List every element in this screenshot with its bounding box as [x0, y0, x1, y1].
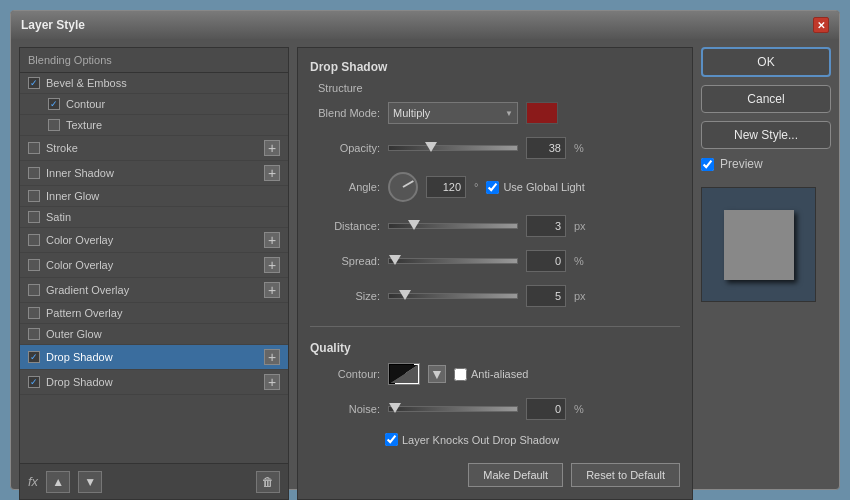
- color-overlay-2-label: Color Overlay: [46, 259, 113, 271]
- blend-mode-arrow-icon: ▼: [505, 109, 513, 118]
- new-style-button[interactable]: New Style...: [701, 121, 831, 149]
- blend-mode-label: Blend Mode:: [310, 107, 380, 119]
- inner-shadow-checkbox[interactable]: [28, 167, 40, 179]
- divider: [310, 326, 680, 327]
- close-button[interactable]: ✕: [813, 17, 829, 33]
- sidebar-item-bevel-emboss[interactable]: Bevel & Emboss: [20, 73, 288, 94]
- preview-label[interactable]: Preview: [701, 157, 831, 171]
- drop-shadow-1-add-btn[interactable]: +: [264, 349, 280, 365]
- sidebar-item-color-overlay-1[interactable]: Color Overlay +: [20, 228, 288, 253]
- stroke-add-btn[interactable]: +: [264, 140, 280, 156]
- color-overlay-1-checkbox[interactable]: [28, 234, 40, 246]
- pattern-overlay-checkbox[interactable]: [28, 307, 40, 319]
- noise-input[interactable]: [526, 398, 566, 420]
- ok-button[interactable]: OK: [701, 47, 831, 77]
- angle-dial[interactable]: [388, 172, 418, 202]
- opacity-input[interactable]: [526, 137, 566, 159]
- size-thumb[interactable]: [399, 290, 411, 300]
- sidebar-item-gradient-overlay[interactable]: Gradient Overlay +: [20, 278, 288, 303]
- use-global-light-label[interactable]: Use Global Light: [486, 181, 584, 194]
- color-overlay-2-checkbox[interactable]: [28, 259, 40, 271]
- sidebar-item-color-overlay-2[interactable]: Color Overlay +: [20, 253, 288, 278]
- reset-to-default-button[interactable]: Reset to Default: [571, 463, 680, 487]
- dialog-title: Layer Style: [21, 18, 85, 32]
- opacity-row: Opacity: %: [310, 137, 680, 159]
- contour-dropdown-btn[interactable]: ▼: [428, 365, 446, 383]
- satin-checkbox[interactable]: [28, 211, 40, 223]
- distance-unit: px: [574, 220, 586, 232]
- sidebar-item-outer-glow[interactable]: Outer Glow: [20, 324, 288, 345]
- layer-knocks-row: Layer Knocks Out Drop Shadow: [310, 433, 680, 446]
- sidebar-item-satin[interactable]: Satin: [20, 207, 288, 228]
- stroke-label: Stroke: [46, 142, 78, 154]
- anti-aliased-label[interactable]: Anti-aliased: [454, 368, 528, 381]
- main-title: Drop Shadow: [310, 60, 680, 74]
- bottom-buttons: Make Default Reset to Default: [310, 463, 680, 487]
- sidebar-item-stroke[interactable]: Stroke +: [20, 136, 288, 161]
- left-panel: Blending Options Bevel & Emboss Contour: [19, 47, 289, 500]
- drop-shadow-2-label: Drop Shadow: [46, 376, 113, 388]
- inner-shadow-add-btn[interactable]: +: [264, 165, 280, 181]
- noise-row: Noise: %: [310, 398, 680, 420]
- noise-thumb[interactable]: [389, 403, 401, 413]
- angle-input[interactable]: [426, 176, 466, 198]
- anti-aliased-text: Anti-aliased: [471, 368, 528, 380]
- layer-knocks-label[interactable]: Layer Knocks Out Drop Shadow: [385, 433, 559, 446]
- contour-label: Contour: [66, 98, 105, 110]
- cancel-button[interactable]: Cancel: [701, 85, 831, 113]
- opacity-label: Opacity:: [310, 142, 380, 154]
- use-global-light-checkbox[interactable]: [486, 181, 499, 194]
- move-down-button[interactable]: ▼: [78, 471, 102, 493]
- gradient-overlay-checkbox[interactable]: [28, 284, 40, 296]
- size-input[interactable]: [526, 285, 566, 307]
- opacity-unit: %: [574, 142, 584, 154]
- preview-checkbox[interactable]: [701, 158, 714, 171]
- stroke-checkbox[interactable]: [28, 142, 40, 154]
- blend-mode-dropdown[interactable]: Multiply ▼: [388, 102, 518, 124]
- distance-slider[interactable]: [388, 223, 518, 229]
- anti-aliased-checkbox[interactable]: [454, 368, 467, 381]
- sidebar-item-inner-glow[interactable]: Inner Glow: [20, 186, 288, 207]
- spread-thumb[interactable]: [389, 255, 401, 265]
- blending-options-header: Blending Options: [20, 48, 288, 73]
- sidebar-item-drop-shadow-1[interactable]: Drop Shadow +: [20, 345, 288, 370]
- delete-button[interactable]: 🗑: [256, 471, 280, 493]
- move-up-button[interactable]: ▲: [46, 471, 70, 493]
- sub-title: Structure: [318, 82, 680, 94]
- sidebar-item-drop-shadow-2[interactable]: Drop Shadow +: [20, 370, 288, 395]
- texture-checkbox[interactable]: [48, 119, 60, 131]
- sidebar-item-contour[interactable]: Contour: [20, 94, 288, 115]
- drop-shadow-1-checkbox[interactable]: [28, 351, 40, 363]
- opacity-slider[interactable]: [388, 145, 518, 151]
- sidebar-item-pattern-overlay[interactable]: Pattern Overlay: [20, 303, 288, 324]
- spread-slider[interactable]: [388, 258, 518, 264]
- distance-input[interactable]: [526, 215, 566, 237]
- bevel-emboss-checkbox[interactable]: [28, 77, 40, 89]
- size-row: Size: px: [310, 285, 680, 307]
- make-default-button[interactable]: Make Default: [468, 463, 563, 487]
- size-slider[interactable]: [388, 293, 518, 299]
- outer-glow-label: Outer Glow: [46, 328, 102, 340]
- drop-shadow-2-checkbox[interactable]: [28, 376, 40, 388]
- left-panel-footer: fx ▲ ▼ 🗑: [20, 463, 288, 499]
- spread-input[interactable]: [526, 250, 566, 272]
- distance-thumb[interactable]: [408, 220, 420, 230]
- sidebar-item-texture[interactable]: Texture: [20, 115, 288, 136]
- contour-preview[interactable]: [388, 363, 420, 385]
- gradient-overlay-add-btn[interactable]: +: [264, 282, 280, 298]
- spread-unit: %: [574, 255, 584, 267]
- opacity-thumb[interactable]: [425, 142, 437, 152]
- blend-color-swatch[interactable]: [526, 102, 558, 124]
- noise-label: Noise:: [310, 403, 380, 415]
- sidebar-item-inner-shadow[interactable]: Inner Shadow +: [20, 161, 288, 186]
- color-overlay-2-add-btn[interactable]: +: [264, 257, 280, 273]
- preview-square: [724, 210, 794, 280]
- noise-slider[interactable]: [388, 406, 518, 412]
- drop-shadow-2-add-btn[interactable]: +: [264, 374, 280, 390]
- quality-title: Quality: [310, 341, 680, 355]
- inner-glow-checkbox[interactable]: [28, 190, 40, 202]
- layer-knocks-checkbox[interactable]: [385, 433, 398, 446]
- outer-glow-checkbox[interactable]: [28, 328, 40, 340]
- color-overlay-1-add-btn[interactable]: +: [264, 232, 280, 248]
- contour-checkbox[interactable]: [48, 98, 60, 110]
